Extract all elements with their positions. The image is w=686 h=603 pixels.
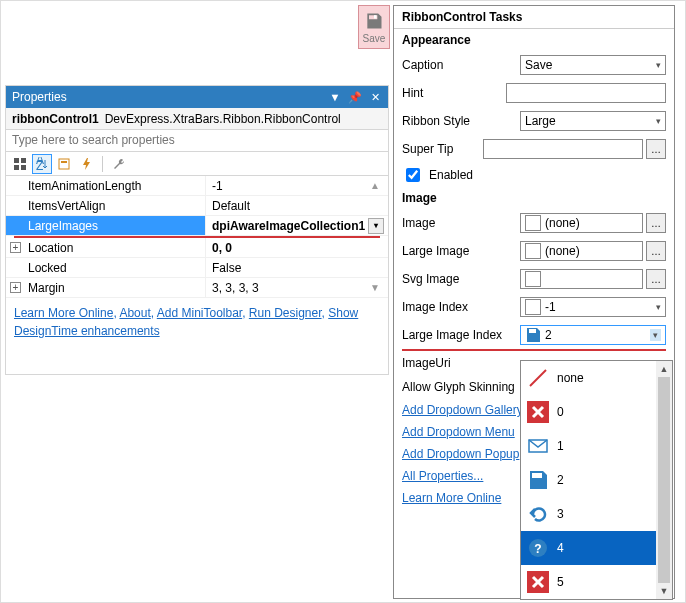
large-image-field[interactable]: (none) <box>520 241 643 261</box>
chevron-down-icon[interactable]: ▾ <box>368 218 384 234</box>
dropdown-item-3[interactable]: 3 <box>521 497 656 531</box>
super-tip-input[interactable] <box>483 139 643 159</box>
ellipsis-button[interactable]: … <box>646 241 666 261</box>
expand-icon[interactable]: + <box>10 242 21 253</box>
expand-icon[interactable]: + <box>10 282 21 293</box>
dropdown-item-5[interactable]: 5 <box>521 565 656 599</box>
svg-rect-3 <box>14 165 19 170</box>
dropdown-item-2[interactable]: 2 <box>521 463 656 497</box>
property-grid: ItemAnimationLength -1 ▲ ItemsVertAlign … <box>6 176 388 298</box>
row-enabled: Enabled <box>394 163 674 187</box>
image-field[interactable]: (none) <box>520 213 643 233</box>
properties-titlebar[interactable]: Properties ▼ 📌 ✕ <box>6 86 388 108</box>
row-ribbon-style: Ribbon Style Large▾ <box>394 107 674 135</box>
prop-row[interactable]: ItemAnimationLength -1 ▲ <box>6 176 388 196</box>
hint-input[interactable] <box>506 83 666 103</box>
object-type: DevExpress.XtraBars.Ribbon.RibbonControl <box>105 108 341 129</box>
dropdown-scrollbar[interactable]: ▲ ▼ <box>656 361 672 599</box>
dropdown-item-none[interactable]: none <box>521 361 656 395</box>
svg-image-label: Svg Image <box>402 272 512 286</box>
svg-image-field[interactable] <box>520 269 643 289</box>
search-input[interactable] <box>6 130 388 150</box>
prop-label: ItemsVertAlign <box>6 196 206 215</box>
large-image-index-dropdown: none 0 1 2 3 ? 4 5 ▲ ▼ <box>520 360 673 600</box>
enabled-checkbox[interactable] <box>406 168 420 182</box>
delete-icon <box>527 401 549 423</box>
save-label: Save <box>363 33 386 44</box>
prop-label: ItemAnimationLength <box>6 176 206 195</box>
scroll-down-icon[interactable]: ▼ <box>370 282 380 293</box>
row-super-tip: Super Tip … <box>394 135 674 163</box>
prop-row[interactable]: + Location 0, 0 <box>6 238 388 258</box>
svg-text:Z: Z <box>36 159 43 171</box>
categorized-icon[interactable] <box>10 154 30 174</box>
svg-text:?: ? <box>534 542 541 556</box>
dropdown-item-0[interactable]: 0 <box>521 395 656 429</box>
window-menu-icon[interactable]: ▼ <box>328 86 342 108</box>
tasks-title: RibbonControl Tasks <box>394 6 674 29</box>
image-index-combo[interactable]: -1▾ <box>520 297 666 317</box>
prop-label: Locked <box>6 258 206 277</box>
prop-value[interactable]: 3, 3, 3, 3 <box>206 278 388 297</box>
undo-icon <box>527 503 549 525</box>
save-icon <box>364 11 384 31</box>
dropdown-item-4[interactable]: ? 4 <box>521 531 656 565</box>
prop-row[interactable]: ItemsVertAlign Default <box>6 196 388 216</box>
row-large-image-index: Large Image Index 2▾ <box>394 321 674 349</box>
wrench-icon[interactable] <box>109 154 129 174</box>
svg-rect-7 <box>59 159 69 169</box>
ribbon-style-label: Ribbon Style <box>402 114 512 128</box>
save-icon <box>527 469 549 491</box>
prop-label: Margin <box>6 278 206 297</box>
prop-row[interactable]: Locked False <box>6 258 388 278</box>
delete-icon <box>527 571 549 593</box>
ellipsis-button[interactable]: … <box>646 139 666 159</box>
alphabetical-icon[interactable]: AZ <box>32 154 52 174</box>
prop-value[interactable]: dpiAwareImageCollection1 ▾ <box>206 216 388 235</box>
hint-label: Hint <box>402 86 498 100</box>
object-selector[interactable]: ribbonControl1 DevExpress.XtraBars.Ribbo… <box>6 108 388 130</box>
ellipsis-button[interactable]: … <box>646 269 666 289</box>
section-appearance: Appearance <box>394 29 674 51</box>
svg-rect-2 <box>21 158 26 163</box>
events-icon[interactable] <box>76 154 96 174</box>
section-image: Image <box>394 187 674 209</box>
scroll-up-icon[interactable]: ▲ <box>656 361 672 377</box>
properties-panel: Properties ▼ 📌 ✕ ribbonControl1 DevExpre… <box>5 85 389 375</box>
dropdown-item-1[interactable]: 1 <box>521 429 656 463</box>
property-pages-icon[interactable] <box>54 154 74 174</box>
prop-value[interactable]: -1 <box>206 176 388 195</box>
prop-value[interactable]: 0, 0 <box>206 238 388 257</box>
close-icon[interactable]: ✕ <box>368 86 382 108</box>
chevron-down-icon: ▾ <box>656 116 661 126</box>
ribbon-style-combo[interactable]: Large▾ <box>520 111 666 131</box>
row-image: Image (none)… <box>394 209 674 237</box>
row-hint: Hint <box>394 79 674 107</box>
svg-rect-0 <box>374 15 377 18</box>
svg-rect-1 <box>14 158 19 163</box>
prop-row[interactable]: + Margin 3, 3, 3, 3 ▼ <box>6 278 388 298</box>
link-add-minitoolbar[interactable]: Add MiniToolbar <box>157 306 242 320</box>
prop-label: LargeImages <box>6 216 206 235</box>
ribbon-save-button[interactable]: Save <box>358 5 390 49</box>
save-icon <box>525 327 541 343</box>
scroll-up-icon[interactable]: ▲ <box>370 180 380 191</box>
prop-value[interactable]: False <box>206 258 388 277</box>
prop-value[interactable]: Default <box>206 196 388 215</box>
large-image-index-combo[interactable]: 2▾ <box>520 325 666 345</box>
ellipsis-button[interactable]: … <box>646 213 666 233</box>
pin-icon[interactable]: 📌 <box>348 86 362 108</box>
allow-glyph-label: Allow Glyph Skinning <box>402 380 515 394</box>
caption-combo[interactable]: Save▾ <box>520 55 666 75</box>
large-image-label: Large Image <box>402 244 512 258</box>
prop-row-largeimages[interactable]: LargeImages dpiAwareImageCollection1 ▾ <box>6 216 388 236</box>
none-icon <box>527 367 549 389</box>
svg-rect-12 <box>538 473 541 477</box>
link-learn-more[interactable]: Learn More Online <box>14 306 113 320</box>
link-run-designer[interactable]: Run Designer <box>249 306 322 320</box>
svg-rect-8 <box>61 161 67 163</box>
mail-icon <box>527 435 549 457</box>
link-about[interactable]: About <box>119 306 150 320</box>
scroll-down-icon[interactable]: ▼ <box>656 583 672 599</box>
caption-label: Caption <box>402 58 512 72</box>
